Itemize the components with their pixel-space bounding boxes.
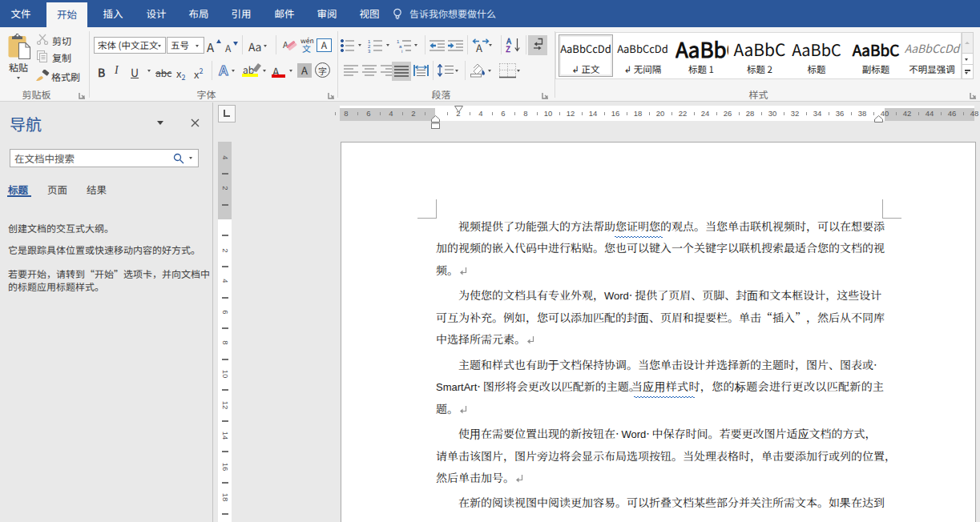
svg-text:i: i (401, 49, 402, 53)
svg-text:3: 3 (368, 49, 371, 54)
svg-text:A: A (219, 63, 228, 78)
